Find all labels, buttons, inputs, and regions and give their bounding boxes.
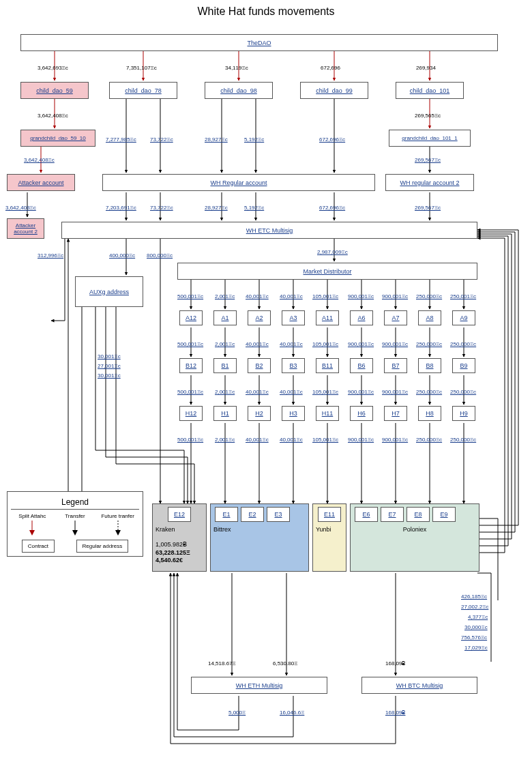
amt-a1-in: 2,001Ξc (215, 293, 235, 299)
node-h11[interactable]: H11 (316, 406, 339, 421)
amt-h3-in: 40,001Ξc (280, 389, 303, 395)
node-child-dao-99[interactable]: child_dao_99 (300, 82, 368, 99)
amt-h2-in: 40,001Ξc (246, 389, 269, 395)
amt-etc-c: 28,927Ξc (205, 205, 228, 211)
amt-atk-atk2: 3,642,408Ξc (5, 205, 36, 211)
node-wh-regular-2[interactable]: WH regular account 2 (385, 174, 474, 191)
node-a6[interactable]: A6 (350, 310, 373, 325)
node-a2[interactable]: A2 (248, 310, 271, 325)
amt-h8-in: 250,000Ξc (416, 389, 442, 395)
node-thedao[interactable]: TheDAO (20, 34, 498, 51)
amt-h7-in: 900,001Ξc (382, 389, 408, 395)
amt-e7-in: 900,001Ξc (382, 437, 408, 443)
kraken-label: Kraken (156, 526, 175, 533)
node-grandchild-dao-101[interactable]: grandchild_dao_101_1 (389, 130, 471, 147)
node-b9[interactable]: B9 (452, 358, 475, 373)
amt-whreg-a: 7,277,985Ξc (106, 136, 136, 143)
amt-e9-in: 250,000Ξc (450, 437, 476, 443)
yunbi-label: Yunbi (316, 526, 331, 533)
legend-split: Split Attahc (12, 513, 53, 536)
node-a8[interactable]: A8 (418, 310, 441, 325)
node-wh-etc-multisig[interactable]: WH ETC Multisig (61, 222, 477, 239)
amt-tdao-98: 34,119Ξc (225, 65, 248, 71)
amt-e11-in: 105,001Ξc (312, 437, 338, 443)
node-e11[interactable]: E11 (318, 507, 341, 522)
amt-out-756: 756,576Ξc (461, 634, 487, 641)
amt-whreg-b: 73,722Ξc (150, 136, 173, 143)
amt-e6-in: 900,001Ξc (348, 437, 374, 443)
amt-a8-in: 250,000Ξc (416, 293, 442, 299)
amt-e2-in: 40,001Ξc (246, 437, 269, 443)
amt-b9-in: 250,000Ξc (450, 341, 476, 347)
node-b7[interactable]: B7 (384, 358, 407, 373)
node-b3[interactable]: B3 (282, 358, 305, 373)
amt-whreg-c: 28,927Ξc (205, 136, 228, 143)
amt-out-426: 426,185Ξc (461, 594, 487, 600)
node-e2[interactable]: E2 (241, 507, 264, 522)
node-h6[interactable]: H6 (350, 406, 373, 421)
node-e6[interactable]: E6 (355, 507, 378, 522)
exchange-bittrex: E1 E2 E3 Bittrex (210, 503, 309, 572)
node-a7[interactable]: A7 (384, 310, 407, 325)
node-auxg-address[interactable]: AUXg address (75, 276, 143, 307)
node-wh-regular[interactable]: WH Regular account (102, 174, 375, 191)
node-child-dao-59[interactable]: child_dao_59 (20, 82, 89, 99)
amt-out-27: 27,002.2Ξc (461, 604, 488, 610)
node-attacker-account-2[interactable]: Attacker account 2 (7, 218, 44, 239)
amt-e8-in: 250,000Ξc (416, 437, 442, 443)
node-h1[interactable]: H1 (213, 406, 237, 421)
amt-gd59-atk: 3,642,408Ξc (24, 157, 55, 163)
node-b8[interactable]: B8 (418, 358, 441, 373)
amt-etc-m: 2,987,009Ξc (317, 249, 348, 255)
node-h7[interactable]: H7 (384, 406, 407, 421)
poloniex-label: Poloniex (403, 526, 427, 533)
amt-whreg-e: 672,696Ξc (319, 136, 345, 143)
node-b6[interactable]: B6 (350, 358, 373, 373)
node-e3[interactable]: E3 (267, 507, 290, 522)
kraken-balances: 1,005.982Ƀ 63,228.125Ξ 4,540.62€ (156, 541, 190, 565)
node-wh-eth-multisig[interactable]: WH ETH Multisig (191, 677, 327, 694)
node-a3[interactable]: A3 (282, 310, 305, 325)
node-b12[interactable]: B12 (179, 358, 203, 373)
node-child-dao-101[interactable]: child_dao_101 (396, 82, 464, 99)
node-e7[interactable]: E7 (381, 507, 404, 522)
node-b2[interactable]: B2 (248, 358, 271, 373)
node-h2[interactable]: H2 (248, 406, 271, 421)
node-h12[interactable]: H12 (179, 406, 203, 421)
amt-out-17: 17,029Ξc (464, 645, 488, 651)
node-grandchild-dao-59[interactable]: grandchild_dao_59_10 (20, 130, 95, 147)
node-a11[interactable]: A11 (316, 310, 339, 325)
amt-a9-in: 250,001Ξc (450, 293, 476, 299)
node-attacker-account[interactable]: Attacker account (7, 174, 75, 191)
node-b1[interactable]: B1 (213, 358, 237, 373)
node-child-dao-98[interactable]: child_dao_98 (205, 82, 273, 99)
node-h3[interactable]: H3 (282, 406, 305, 421)
amt-b12-in: 500,001Ξc (177, 341, 203, 347)
amt-aux-30a: 30,001Ξc (98, 353, 121, 360)
amt-tdao-99: 672,696 (321, 65, 340, 71)
node-market-distributor[interactable]: Market Distributor (177, 263, 477, 280)
node-e8[interactable]: E8 (407, 507, 430, 522)
exchange-poloniex: E6 E7 E8 E9 Poloniex (350, 503, 479, 572)
node-e9[interactable]: E9 (432, 507, 456, 522)
node-a12[interactable]: A12 (179, 310, 203, 325)
node-b11[interactable]: B11 (316, 358, 339, 373)
node-h9[interactable]: H9 (452, 406, 475, 421)
arrows-layer (0, 0, 532, 775)
legend-contract: Contract (22, 540, 55, 553)
amt-b6-in: 900,001Ξc (348, 341, 374, 347)
node-a1[interactable]: A1 (213, 310, 237, 325)
amt-whbtc-in: 168,09Ƀ (385, 660, 405, 667)
amt-a11-in: 105,001Ξc (312, 293, 338, 299)
diagram-title: White Hat funds movements (0, 0, 532, 23)
node-wh-btc-multisig[interactable]: WH BTC Multisig (361, 677, 477, 694)
amt-whreg2-a: 269,567Ξc (415, 157, 441, 163)
amt-aux-27: 27,001Ξc (98, 363, 121, 369)
node-e12[interactable]: E12 (168, 507, 191, 522)
amt-e1-in: 2,001Ξc (215, 437, 235, 443)
node-h8[interactable]: H8 (418, 406, 441, 421)
node-a9[interactable]: A9 (452, 310, 475, 325)
node-e1[interactable]: E1 (215, 507, 238, 522)
amt-h9-in: 250,000Ξc (450, 389, 476, 395)
node-child-dao-78[interactable]: child_dao_78 (109, 82, 177, 99)
